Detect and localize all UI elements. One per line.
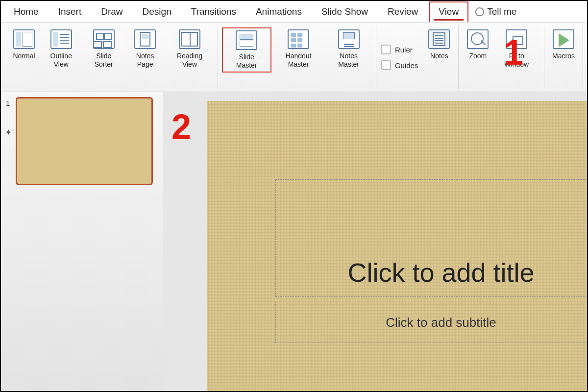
outline-view-button[interactable]: Outline View xyxy=(39,27,83,71)
normal-view-icon xyxy=(13,29,35,49)
handout-master-icon xyxy=(288,29,309,49)
outline-view-label: Outline View xyxy=(42,52,80,69)
tab-animations[interactable]: Animations xyxy=(247,2,311,21)
subtitle-placeholder[interactable]: Click to add subtitle xyxy=(275,302,587,343)
slide-sorter-button[interactable]: Slide Sorter xyxy=(83,27,124,71)
slide-master-button[interactable]: Slide Master xyxy=(222,27,271,73)
slide-sorter-icon xyxy=(93,29,115,49)
reading-view-button[interactable]: Reading View xyxy=(166,27,213,71)
outline-view-icon xyxy=(50,29,72,49)
tab-insert[interactable]: Insert xyxy=(49,2,91,21)
zoom-icon xyxy=(467,29,489,49)
slide-master-icon xyxy=(236,30,257,50)
tab-design[interactable]: Design xyxy=(134,2,180,21)
group-show: Ruler Guides Notes xyxy=(376,25,459,89)
notes-icon xyxy=(428,29,450,49)
reading-view-icon xyxy=(179,29,200,49)
normal-view-label: Normal xyxy=(13,52,35,60)
guides-label: Guides xyxy=(395,61,418,70)
subtitle-placeholder-text: Click to add subtitle xyxy=(386,315,496,330)
tell-me[interactable]: Tell me xyxy=(470,2,521,21)
tab-draw[interactable]: Draw xyxy=(92,2,131,21)
ruler-label: Ruler xyxy=(395,46,413,54)
annotation-1: 1 xyxy=(504,32,523,73)
notes-page-button[interactable]: Notes Page xyxy=(124,27,166,71)
zoom-label: Zoom xyxy=(469,52,487,60)
tab-slideshow[interactable]: Slide Show xyxy=(313,2,377,21)
slide-canvas[interactable]: 2 Click to add title Click to add subtit… xyxy=(163,92,587,391)
slide-number: 1 xyxy=(6,99,10,107)
group-master-views: Slide Master Handout Master Notes Master xyxy=(218,25,376,89)
macros-button[interactable]: Macros xyxy=(548,27,579,62)
workspace: 1 ✦ 2 Click to add title Click to add su… xyxy=(1,92,587,391)
notes-master-button[interactable]: Notes Master xyxy=(325,27,371,71)
notes-label: Notes xyxy=(430,52,448,60)
slide-thumbnail[interactable]: 1 ✦ xyxy=(16,97,159,185)
notes-button[interactable]: Notes xyxy=(424,27,454,62)
group-zoom: Zoom Fit to Window xyxy=(459,25,544,89)
normal-view-button[interactable]: Normal xyxy=(9,27,39,62)
tab-view[interactable]: View xyxy=(429,1,468,22)
menu-bar: Home Insert Draw Design Transitions Anim… xyxy=(1,1,587,23)
slide-master-label: Slide Master xyxy=(228,53,266,70)
notes-master-label: Notes Master xyxy=(328,52,368,69)
title-placeholder-text: Click to add title xyxy=(347,257,534,288)
animation-star-icon: ✦ xyxy=(5,127,12,138)
handout-master-label: Handout Master xyxy=(274,52,323,69)
handout-master-button[interactable]: Handout Master xyxy=(271,27,326,71)
title-placeholder[interactable]: Click to add title xyxy=(275,179,587,297)
slide-sorter-label: Slide Sorter xyxy=(86,52,122,69)
group-macros: Macros xyxy=(544,25,583,89)
macros-label: Macros xyxy=(552,52,575,60)
notes-master-icon xyxy=(338,29,360,49)
ribbon-view: Normal Outline View Slide Sorter Notes P… xyxy=(1,23,587,92)
tell-me-label: Tell me xyxy=(487,6,516,17)
reading-view-label: Reading View xyxy=(169,52,210,69)
group-presentation-views: Normal Outline View Slide Sorter Notes P… xyxy=(5,25,218,89)
annotation-2: 2 xyxy=(172,107,191,147)
notes-page-label: Notes Page xyxy=(127,52,163,69)
slide: Click to add title Click to add subtitle xyxy=(207,101,587,391)
thumbnail-pane[interactable]: 1 ✦ xyxy=(1,92,163,391)
macros-icon xyxy=(553,29,574,49)
lightbulb-icon xyxy=(475,7,484,16)
tab-review[interactable]: Review xyxy=(379,2,427,21)
checkbox-icon xyxy=(381,60,391,70)
guides-checkbox[interactable]: Guides xyxy=(380,57,419,73)
checkbox-icon xyxy=(381,45,391,54)
thumbnail-preview xyxy=(16,97,153,185)
notes-page-icon xyxy=(134,29,156,49)
ruler-checkbox[interactable]: Ruler xyxy=(380,42,419,57)
tab-home[interactable]: Home xyxy=(5,2,48,21)
zoom-button[interactable]: Zoom xyxy=(463,27,493,62)
tab-transitions[interactable]: Transitions xyxy=(182,2,245,21)
